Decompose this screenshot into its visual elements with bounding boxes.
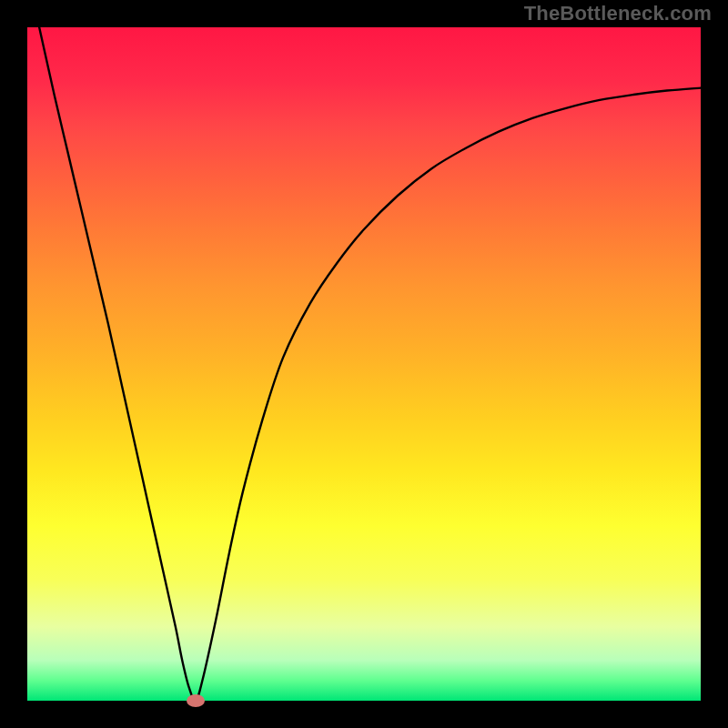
curve-svg	[27, 27, 701, 701]
min-marker	[187, 694, 205, 707]
plot-area	[27, 27, 701, 701]
chart-frame: TheBottleneck.com	[0, 0, 728, 728]
bottleneck-curve	[27, 27, 701, 701]
watermark-text: TheBottleneck.com	[524, 2, 712, 25]
